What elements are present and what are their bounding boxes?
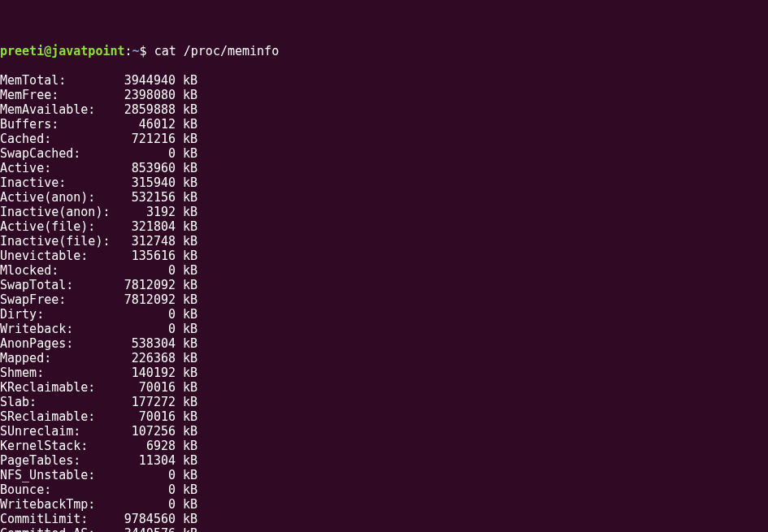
meminfo-value: 721216 xyxy=(110,132,176,146)
meminfo-unit: kB xyxy=(176,234,197,249)
meminfo-value: 3192 xyxy=(110,205,176,219)
meminfo-unit: kB xyxy=(176,365,197,380)
meminfo-row: AnonPages:538304kB xyxy=(0,336,768,351)
meminfo-row: Buffers:46012kB xyxy=(0,117,768,132)
meminfo-value: 177272 xyxy=(110,395,176,409)
meminfo-unit: kB xyxy=(176,380,197,395)
meminfo-label: SwapFree: xyxy=(0,292,110,307)
meminfo-value: 70016 xyxy=(110,380,176,395)
prompt-path: ~ xyxy=(132,44,140,58)
prompt-user: preeti xyxy=(0,44,44,58)
meminfo-unit: kB xyxy=(176,190,197,205)
meminfo-label: Buffers: xyxy=(0,117,110,132)
meminfo-value: 0 xyxy=(110,263,176,278)
meminfo-value: 0 xyxy=(110,307,176,322)
meminfo-value: 2398080 xyxy=(110,88,176,102)
meminfo-label: Mlocked: xyxy=(0,263,110,278)
meminfo-label: NFS_Unstable: xyxy=(0,468,110,482)
meminfo-label: Active: xyxy=(0,161,110,175)
meminfo-label: Cached: xyxy=(0,132,110,146)
meminfo-unit: kB xyxy=(176,132,197,146)
meminfo-value: 0 xyxy=(110,468,176,482)
meminfo-row: MemFree:2398080kB xyxy=(0,88,768,102)
meminfo-row: MemTotal:3944940kB xyxy=(0,73,768,88)
meminfo-value: 6928 xyxy=(110,439,176,453)
meminfo-row: Unevictable:135616kB xyxy=(0,249,768,263)
meminfo-row: Committed_AS:3440576kB xyxy=(0,526,768,532)
meminfo-label: Shmem: xyxy=(0,365,110,380)
meminfo-label: KReclaimable: xyxy=(0,380,110,395)
prompt-host: javatpoint xyxy=(51,44,124,58)
meminfo-label: Unevictable: xyxy=(0,249,110,263)
meminfo-row: Active(anon):532156kB xyxy=(0,190,768,205)
meminfo-unit: kB xyxy=(176,73,197,88)
meminfo-unit: kB xyxy=(176,263,197,278)
meminfo-row: Active:853960kB xyxy=(0,161,768,175)
meminfo-value: 3440576 xyxy=(110,526,176,532)
meminfo-label: MemAvailable: xyxy=(0,102,110,117)
meminfo-output: MemTotal:3944940kBMemFree:2398080kBMemAv… xyxy=(0,73,768,532)
meminfo-row: WritebackTmp:0kB xyxy=(0,497,768,512)
meminfo-unit: kB xyxy=(176,278,197,292)
meminfo-label: SReclaimable: xyxy=(0,409,110,424)
meminfo-value: 107256 xyxy=(110,424,176,439)
meminfo-label: Active(anon): xyxy=(0,190,110,205)
meminfo-row: MemAvailable:2859888kB xyxy=(0,102,768,117)
meminfo-unit: kB xyxy=(176,205,197,219)
meminfo-row: Writeback:0kB xyxy=(0,322,768,336)
meminfo-unit: kB xyxy=(176,336,197,351)
meminfo-label: Committed_AS: xyxy=(0,526,110,532)
meminfo-value: 0 xyxy=(110,146,176,161)
meminfo-unit: kB xyxy=(176,526,197,532)
meminfo-label: MemFree: xyxy=(0,88,110,102)
meminfo-row: Mlocked:0kB xyxy=(0,263,768,278)
meminfo-row: SUnreclaim:107256kB xyxy=(0,424,768,439)
meminfo-unit: kB xyxy=(176,395,197,409)
meminfo-value: 11304 xyxy=(110,453,176,468)
meminfo-unit: kB xyxy=(176,175,197,190)
meminfo-row: PageTables:11304kB xyxy=(0,453,768,468)
meminfo-unit: kB xyxy=(176,512,197,526)
meminfo-label: WritebackTmp: xyxy=(0,497,110,512)
meminfo-label: Mapped: xyxy=(0,351,110,365)
meminfo-value: 0 xyxy=(110,322,176,336)
meminfo-row: Cached:721216kB xyxy=(0,132,768,146)
meminfo-unit: kB xyxy=(176,468,197,482)
meminfo-row: SwapFree:7812092kB xyxy=(0,292,768,307)
meminfo-value: 2859888 xyxy=(110,102,176,117)
meminfo-value: 312748 xyxy=(110,234,176,249)
meminfo-unit: kB xyxy=(176,409,197,424)
meminfo-value: 0 xyxy=(110,497,176,512)
meminfo-unit: kB xyxy=(176,102,197,117)
meminfo-unit: kB xyxy=(176,161,197,175)
meminfo-label: CommitLimit: xyxy=(0,512,110,526)
meminfo-value: 0 xyxy=(110,482,176,497)
meminfo-row: Mapped:226368kB xyxy=(0,351,768,365)
terminal-output[interactable]: preeti@javatpoint:~$ cat /proc/meminfo M… xyxy=(0,0,768,532)
meminfo-unit: kB xyxy=(176,453,197,468)
meminfo-value: 135616 xyxy=(110,249,176,263)
meminfo-unit: kB xyxy=(176,439,197,453)
meminfo-value: 140192 xyxy=(110,365,176,380)
meminfo-unit: kB xyxy=(176,351,197,365)
meminfo-value: 46012 xyxy=(110,117,176,132)
meminfo-label: Active(file): xyxy=(0,219,110,234)
meminfo-unit: kB xyxy=(176,219,197,234)
meminfo-unit: kB xyxy=(176,146,197,161)
meminfo-row: SwapCached:0kB xyxy=(0,146,768,161)
meminfo-value: 3944940 xyxy=(110,73,176,88)
prompt-colon: : xyxy=(125,44,132,58)
meminfo-row: Inactive(file):312748kB xyxy=(0,234,768,249)
meminfo-unit: kB xyxy=(176,497,197,512)
meminfo-label: Inactive: xyxy=(0,175,110,190)
meminfo-label: SwapTotal: xyxy=(0,278,110,292)
meminfo-value: 7812092 xyxy=(110,292,176,307)
meminfo-label: MemTotal: xyxy=(0,73,110,88)
meminfo-value: 315940 xyxy=(110,175,176,190)
prompt-line: preeti@javatpoint:~$ cat /proc/meminfo xyxy=(0,44,768,58)
meminfo-unit: kB xyxy=(176,117,197,132)
meminfo-row: KernelStack:6928kB xyxy=(0,439,768,453)
meminfo-row: Bounce:0kB xyxy=(0,482,768,497)
meminfo-value: 538304 xyxy=(110,336,176,351)
meminfo-value: 321804 xyxy=(110,219,176,234)
